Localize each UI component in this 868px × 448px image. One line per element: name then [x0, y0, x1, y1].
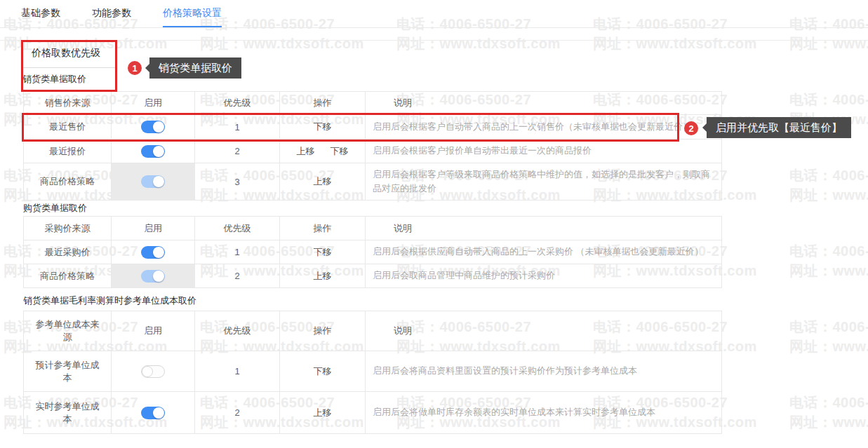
source-cell: 最近售价: [24, 115, 112, 140]
enable-toggle[interactable]: [141, 365, 165, 378]
move-action-link[interactable]: 上移: [297, 146, 315, 156]
col-header-enable: 启用: [112, 311, 195, 351]
unit-cost-table: 参考单位成本来源 启用 优先级 操作 说明 预计参考单位成本 1 下移 启用后会…: [23, 311, 722, 434]
subtab-price-priority[interactable]: 价格取数优先级: [32, 47, 100, 60]
move-action-link[interactable]: 下移: [314, 247, 332, 257]
priority-cell: 2: [195, 264, 280, 288]
col-header-description: 说明: [366, 92, 722, 115]
section-title-purchase: 购货类单据取价: [23, 202, 87, 215]
table-row: 最近报价 2 上移下移 启用后会根据客户报价单自动带出最近一次的商品报价: [24, 140, 722, 163]
table-row: 实时参考单位成本 2 上移 启用后会将做单时库存余额表的实时单位成本来计算实时参…: [24, 392, 722, 434]
enable-toggle[interactable]: [141, 270, 165, 283]
panel-top-divider: [0, 40, 868, 41]
enable-cell: [112, 351, 195, 392]
col-header-priority: 优先级: [195, 311, 280, 351]
source-cell: 最近采购价: [24, 240, 112, 264]
enable-cell: [112, 240, 195, 264]
toggle-knob: [153, 146, 164, 157]
enable-toggle[interactable]: [141, 175, 165, 188]
table-row: 预计参考单位成本 1 下移 启用后会将商品资料里面设置的预计采购价作为预计参考单…: [24, 351, 722, 392]
settings-tabbar: 基础参数 功能参数 价格策略设置: [0, 0, 868, 28]
col-header-description: 说明: [366, 311, 722, 351]
description-cell: 启用后会根据供应商自动带入商品的上一次采购价 （未审核单据也会更新最近价）: [366, 240, 722, 264]
enable-toggle[interactable]: [141, 407, 165, 419]
action-cell: 上移下移: [280, 140, 366, 163]
enable-cell: [112, 264, 195, 288]
description-cell: 启用后会取商品管理中商品维护的预计采购价: [366, 264, 722, 288]
enable-cell: [112, 163, 195, 201]
enable-toggle[interactable]: [141, 145, 165, 158]
table-header-row: 参考单位成本来源 启用 优先级 操作 说明: [24, 311, 722, 351]
price-strategy-settings-page: 电话：4006-6500-27网址：www.tdxsoft.com电话：4006…: [0, 0, 868, 448]
description-cell: 启用后会将商品资料里面设置的预计采购价作为预计参考单位成本: [366, 351, 722, 392]
table-row: 最近售价 1 下移 启用后会根据客户自动带入商品的上一次销售价（未审核单据也会更…: [24, 115, 722, 140]
col-header-action: 操作: [280, 92, 366, 115]
action-cell: 上移: [280, 163, 366, 201]
table-row: 最近采购价 1 下移 启用后会根据供应商自动带入商品的上一次采购价 （未审核单据…: [24, 240, 722, 264]
action-cell: 下移: [280, 240, 366, 264]
move-action-link[interactable]: 下移: [314, 121, 332, 132]
priority-cell: 1: [195, 351, 280, 392]
section-title-cost: 销货类单据毛利率测算时参考单位成本取价: [23, 294, 196, 307]
col-header-action: 操作: [280, 311, 366, 351]
enable-cell: [112, 140, 195, 163]
source-cell: 商品价格策略: [24, 163, 112, 201]
subtab-underline: [22, 67, 116, 68]
source-cell: 最近报价: [24, 140, 112, 163]
enable-cell: [112, 115, 195, 140]
action-cell: 上移: [280, 392, 366, 434]
move-action-link[interactable]: 上移: [314, 271, 332, 281]
priority-cell: 1: [195, 115, 280, 140]
col-header-enable: 启用: [112, 92, 195, 115]
move-action-link[interactable]: 上移: [314, 407, 332, 418]
tab-function-params[interactable]: 功能参数: [92, 0, 131, 27]
priority-cell: 1: [195, 240, 280, 264]
col-header-source: 销售价来源: [24, 92, 112, 115]
source-cell: 实时参考单位成本: [24, 392, 112, 434]
priority-cell: 2: [195, 392, 280, 434]
toggle-knob: [153, 407, 164, 419]
action-cell: 下移: [280, 351, 366, 392]
col-header-action: 操作: [280, 217, 366, 240]
priority-cell: 2: [195, 140, 280, 163]
move-action-link[interactable]: 下移: [314, 366, 332, 376]
col-header-source: 参考单位成本来源: [24, 311, 112, 351]
sales-price-table: 销售价来源 启用 优先级 操作 说明 最近售价 1 下移 启用后会根据客户自动带…: [23, 91, 722, 201]
move-action-link[interactable]: 上移: [314, 176, 332, 186]
table-row: 商品价格策略 3 上移 启用后会根据客户等级来取商品价格策略中维护的值，如选择的…: [24, 163, 722, 201]
purchase-price-table: 采购价来源 启用 优先级 操作 说明 最近采购价 1 下移 启用后会根据供应商自…: [23, 216, 722, 288]
tab-price-strategy[interactable]: 价格策略设置: [163, 0, 222, 27]
col-header-priority: 优先级: [195, 217, 280, 240]
toggle-knob: [142, 366, 153, 377]
section-title-sales: 销货类单据取价: [22, 73, 86, 86]
action-cell: 下移: [280, 115, 366, 140]
tab-basic-params[interactable]: 基础参数: [21, 0, 60, 27]
col-header-source: 采购价来源: [24, 217, 112, 240]
move-action-link[interactable]: 下移: [330, 146, 349, 156]
col-header-priority: 优先级: [195, 92, 280, 115]
source-cell: 预计参考单位成本: [24, 351, 112, 392]
description-cell: 启用后会根据客户等级来取商品价格策略中维护的值，如选择的是批发客户，则取商品对应…: [366, 163, 722, 201]
priority-cell: 3: [195, 163, 280, 201]
action-cell: 上移: [280, 264, 366, 288]
description-cell: 启用后会将做单时库存余额表的实时单位成本来计算实时参考单位成本: [366, 392, 722, 434]
description-cell: 启用后会根据客户自动带入商品的上一次销售价（未审核单据也会更新最近价）: [366, 115, 722, 140]
description-cell: 启用后会根据客户报价单自动带出最近一次的商品报价: [366, 140, 722, 163]
table-header-row: 采购价来源 启用 优先级 操作 说明: [24, 217, 722, 240]
toggle-knob: [153, 247, 164, 258]
enable-toggle[interactable]: [141, 246, 165, 259]
toggle-knob: [153, 271, 164, 282]
enable-toggle[interactable]: [141, 121, 165, 133]
toggle-knob: [153, 176, 164, 187]
toggle-knob: [153, 121, 164, 133]
col-header-description: 说明: [366, 217, 722, 240]
table-row: 商品价格策略 2 上移 启用后会取商品管理中商品维护的预计采购价: [24, 264, 722, 288]
table-header-row: 销售价来源 启用 优先级 操作 说明: [24, 92, 722, 115]
source-cell: 商品价格策略: [24, 264, 112, 288]
col-header-enable: 启用: [112, 217, 195, 240]
enable-cell: [112, 392, 195, 434]
